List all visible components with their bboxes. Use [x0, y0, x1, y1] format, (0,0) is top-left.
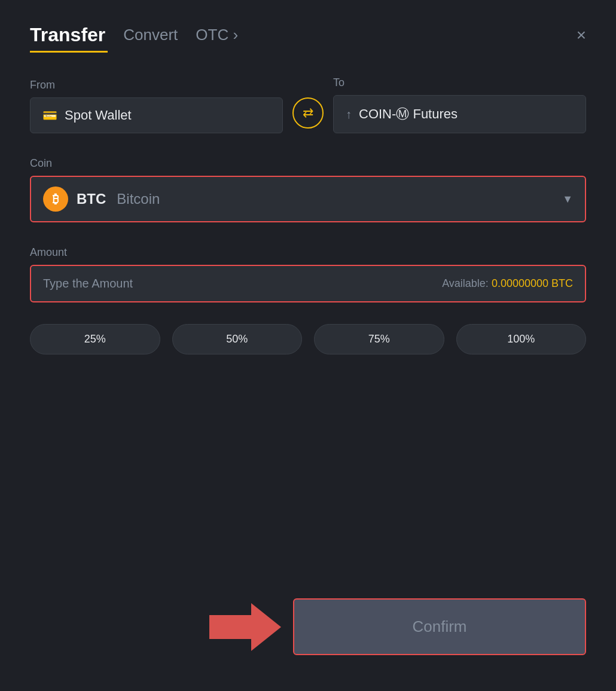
coin-name: Bitcoin [117, 191, 160, 207]
coin-label: Coin [30, 157, 586, 170]
futures-icon: ↑ [346, 108, 352, 121]
tab-otc[interactable]: OTC › [196, 26, 238, 44]
confirm-button[interactable]: Confirm [293, 598, 586, 655]
to-wallet-selector[interactable]: ↑ COIN-Ⓜ Futures [333, 95, 586, 133]
swap-icon: ⇄ [303, 105, 313, 121]
active-tab-underline [30, 51, 108, 53]
to-wallet-text: COIN-Ⓜ Futures [359, 105, 458, 123]
from-group: From 💳 Spot Wallet [30, 79, 283, 133]
swap-button[interactable]: ⇄ [292, 97, 324, 129]
percent-row: 25% 50% 75% 100% [30, 324, 586, 354]
from-wallet-selector[interactable]: 💳 Spot Wallet [30, 97, 283, 133]
coin-symbol: BTC [77, 191, 106, 207]
btc-icon: ₿ [43, 186, 68, 212]
amount-section: Amount Available: 0.00000000 BTC [30, 246, 586, 302]
modal-header: Transfer Convert OTC › × [30, 24, 586, 46]
swap-container: ⇄ [283, 97, 333, 133]
arrow-container [30, 603, 293, 651]
amount-label: Amount [30, 246, 586, 259]
from-label: From [30, 79, 283, 91]
percent-25-button[interactable]: 25% [30, 324, 160, 354]
amount-input[interactable] [43, 277, 442, 291]
from-wallet-text: Spot Wallet [65, 108, 132, 123]
svg-marker-0 [209, 603, 281, 651]
to-group: To ↑ COIN-Ⓜ Futures [333, 77, 586, 133]
coin-dropdown[interactable]: ₿ BTC Bitcoin ▼ [30, 176, 586, 222]
amount-input-box: Available: 0.00000000 BTC [30, 265, 586, 302]
percent-100-button[interactable]: 100% [456, 324, 587, 354]
percent-50-button[interactable]: 50% [172, 324, 303, 354]
bottom-row: Confirm [30, 598, 586, 655]
chevron-down-icon: ▼ [562, 193, 573, 206]
wallet-icon: 💳 [42, 108, 57, 123]
available-label: Available: [442, 277, 489, 289]
transfer-modal: Transfer Convert OTC › × From 💳 Spot Wal… [0, 0, 616, 691]
from-to-row: From 💳 Spot Wallet ⇄ To ↑ COIN-Ⓜ Futures [30, 77, 586, 133]
tab-transfer[interactable]: Transfer [30, 24, 105, 46]
tab-convert[interactable]: Convert [123, 26, 178, 44]
available-text: Available: 0.00000000 BTC [442, 277, 573, 290]
coin-section: Coin ₿ BTC Bitcoin ▼ [30, 157, 586, 222]
to-label: To [333, 77, 586, 89]
close-button[interactable]: × [577, 26, 586, 45]
arrow-right-icon [209, 603, 281, 651]
available-value: 0.00000000 BTC [492, 277, 573, 289]
percent-75-button[interactable]: 75% [314, 324, 444, 354]
